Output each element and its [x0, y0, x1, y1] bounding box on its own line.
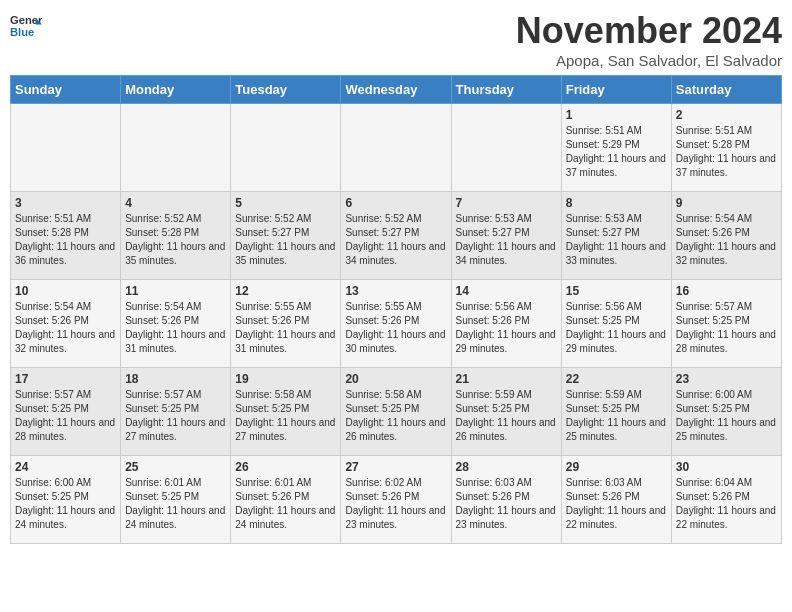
- calendar-cell: 19Sunrise: 5:58 AMSunset: 5:25 PMDayligh…: [231, 368, 341, 456]
- day-info: Sunrise: 5:57 AMSunset: 5:25 PMDaylight:…: [125, 388, 226, 444]
- day-info: Sunrise: 6:03 AMSunset: 5:26 PMDaylight:…: [566, 476, 667, 532]
- calendar-cell: 13Sunrise: 5:55 AMSunset: 5:26 PMDayligh…: [341, 280, 451, 368]
- calendar-cell: [11, 104, 121, 192]
- calendar-cell: 18Sunrise: 5:57 AMSunset: 5:25 PMDayligh…: [121, 368, 231, 456]
- day-info: Sunrise: 6:03 AMSunset: 5:26 PMDaylight:…: [456, 476, 557, 532]
- svg-text:Blue: Blue: [10, 26, 34, 38]
- calendar-row-3: 10Sunrise: 5:54 AMSunset: 5:26 PMDayligh…: [11, 280, 782, 368]
- page-header: General Blue November 2024 Apopa, San Sa…: [10, 10, 782, 69]
- day-number: 19: [235, 372, 336, 386]
- day-info: Sunrise: 5:52 AMSunset: 5:27 PMDaylight:…: [345, 212, 446, 268]
- weekday-header-saturday: Saturday: [671, 76, 781, 104]
- weekday-header-row: SundayMondayTuesdayWednesdayThursdayFrid…: [11, 76, 782, 104]
- calendar-row-2: 3Sunrise: 5:51 AMSunset: 5:28 PMDaylight…: [11, 192, 782, 280]
- logo: General Blue: [10, 10, 42, 42]
- day-number: 16: [676, 284, 777, 298]
- day-info: Sunrise: 5:54 AMSunset: 5:26 PMDaylight:…: [125, 300, 226, 356]
- calendar-cell: 5Sunrise: 5:52 AMSunset: 5:27 PMDaylight…: [231, 192, 341, 280]
- day-info: Sunrise: 5:54 AMSunset: 5:26 PMDaylight:…: [676, 212, 777, 268]
- day-info: Sunrise: 5:51 AMSunset: 5:29 PMDaylight:…: [566, 124, 667, 180]
- calendar-cell: 3Sunrise: 5:51 AMSunset: 5:28 PMDaylight…: [11, 192, 121, 280]
- calendar-cell: 30Sunrise: 6:04 AMSunset: 5:26 PMDayligh…: [671, 456, 781, 544]
- day-info: Sunrise: 6:00 AMSunset: 5:25 PMDaylight:…: [15, 476, 116, 532]
- calendar-cell: 25Sunrise: 6:01 AMSunset: 5:25 PMDayligh…: [121, 456, 231, 544]
- weekday-header-wednesday: Wednesday: [341, 76, 451, 104]
- calendar-cell: 23Sunrise: 6:00 AMSunset: 5:25 PMDayligh…: [671, 368, 781, 456]
- calendar-cell: 15Sunrise: 5:56 AMSunset: 5:25 PMDayligh…: [561, 280, 671, 368]
- day-info: Sunrise: 5:58 AMSunset: 5:25 PMDaylight:…: [345, 388, 446, 444]
- day-number: 27: [345, 460, 446, 474]
- calendar-cell: 20Sunrise: 5:58 AMSunset: 5:25 PMDayligh…: [341, 368, 451, 456]
- location-subtitle: Apopa, San Salvador, El Salvador: [516, 52, 782, 69]
- calendar-cell: 8Sunrise: 5:53 AMSunset: 5:27 PMDaylight…: [561, 192, 671, 280]
- calendar-row-1: 1Sunrise: 5:51 AMSunset: 5:29 PMDaylight…: [11, 104, 782, 192]
- day-info: Sunrise: 6:01 AMSunset: 5:25 PMDaylight:…: [125, 476, 226, 532]
- day-number: 13: [345, 284, 446, 298]
- day-number: 20: [345, 372, 446, 386]
- calendar-cell: 29Sunrise: 6:03 AMSunset: 5:26 PMDayligh…: [561, 456, 671, 544]
- day-number: 4: [125, 196, 226, 210]
- day-number: 15: [566, 284, 667, 298]
- day-number: 2: [676, 108, 777, 122]
- calendar-cell: 4Sunrise: 5:52 AMSunset: 5:28 PMDaylight…: [121, 192, 231, 280]
- day-info: Sunrise: 5:53 AMSunset: 5:27 PMDaylight:…: [566, 212, 667, 268]
- calendar-cell: 28Sunrise: 6:03 AMSunset: 5:26 PMDayligh…: [451, 456, 561, 544]
- calendar-cell: 9Sunrise: 5:54 AMSunset: 5:26 PMDaylight…: [671, 192, 781, 280]
- day-number: 7: [456, 196, 557, 210]
- day-info: Sunrise: 5:51 AMSunset: 5:28 PMDaylight:…: [676, 124, 777, 180]
- day-number: 5: [235, 196, 336, 210]
- day-number: 1: [566, 108, 667, 122]
- day-number: 3: [15, 196, 116, 210]
- day-info: Sunrise: 6:04 AMSunset: 5:26 PMDaylight:…: [676, 476, 777, 532]
- calendar-cell: [341, 104, 451, 192]
- calendar-cell: [231, 104, 341, 192]
- calendar-cell: 26Sunrise: 6:01 AMSunset: 5:26 PMDayligh…: [231, 456, 341, 544]
- weekday-header-sunday: Sunday: [11, 76, 121, 104]
- calendar-cell: 11Sunrise: 5:54 AMSunset: 5:26 PMDayligh…: [121, 280, 231, 368]
- day-number: 14: [456, 284, 557, 298]
- calendar-table: SundayMondayTuesdayWednesdayThursdayFrid…: [10, 75, 782, 544]
- day-info: Sunrise: 5:56 AMSunset: 5:26 PMDaylight:…: [456, 300, 557, 356]
- day-number: 6: [345, 196, 446, 210]
- weekday-header-thursday: Thursday: [451, 76, 561, 104]
- day-info: Sunrise: 5:52 AMSunset: 5:28 PMDaylight:…: [125, 212, 226, 268]
- calendar-cell: 16Sunrise: 5:57 AMSunset: 5:25 PMDayligh…: [671, 280, 781, 368]
- day-info: Sunrise: 5:55 AMSunset: 5:26 PMDaylight:…: [345, 300, 446, 356]
- day-info: Sunrise: 5:59 AMSunset: 5:25 PMDaylight:…: [566, 388, 667, 444]
- day-info: Sunrise: 5:58 AMSunset: 5:25 PMDaylight:…: [235, 388, 336, 444]
- weekday-header-monday: Monday: [121, 76, 231, 104]
- day-info: Sunrise: 5:54 AMSunset: 5:26 PMDaylight:…: [15, 300, 116, 356]
- day-number: 23: [676, 372, 777, 386]
- weekday-header-tuesday: Tuesday: [231, 76, 341, 104]
- day-info: Sunrise: 5:55 AMSunset: 5:26 PMDaylight:…: [235, 300, 336, 356]
- day-number: 17: [15, 372, 116, 386]
- logo-icon: General Blue: [10, 10, 42, 42]
- calendar-row-5: 24Sunrise: 6:00 AMSunset: 5:25 PMDayligh…: [11, 456, 782, 544]
- weekday-header-friday: Friday: [561, 76, 671, 104]
- calendar-cell: 21Sunrise: 5:59 AMSunset: 5:25 PMDayligh…: [451, 368, 561, 456]
- day-number: 29: [566, 460, 667, 474]
- calendar-row-4: 17Sunrise: 5:57 AMSunset: 5:25 PMDayligh…: [11, 368, 782, 456]
- day-info: Sunrise: 6:01 AMSunset: 5:26 PMDaylight:…: [235, 476, 336, 532]
- calendar-cell: 24Sunrise: 6:00 AMSunset: 5:25 PMDayligh…: [11, 456, 121, 544]
- day-number: 25: [125, 460, 226, 474]
- day-number: 18: [125, 372, 226, 386]
- day-number: 9: [676, 196, 777, 210]
- calendar-cell: 2Sunrise: 5:51 AMSunset: 5:28 PMDaylight…: [671, 104, 781, 192]
- day-info: Sunrise: 6:02 AMSunset: 5:26 PMDaylight:…: [345, 476, 446, 532]
- day-number: 11: [125, 284, 226, 298]
- day-number: 22: [566, 372, 667, 386]
- day-info: Sunrise: 5:59 AMSunset: 5:25 PMDaylight:…: [456, 388, 557, 444]
- day-info: Sunrise: 5:51 AMSunset: 5:28 PMDaylight:…: [15, 212, 116, 268]
- day-number: 24: [15, 460, 116, 474]
- calendar-cell: 14Sunrise: 5:56 AMSunset: 5:26 PMDayligh…: [451, 280, 561, 368]
- day-info: Sunrise: 5:57 AMSunset: 5:25 PMDaylight:…: [676, 300, 777, 356]
- day-number: 10: [15, 284, 116, 298]
- calendar-cell: 10Sunrise: 5:54 AMSunset: 5:26 PMDayligh…: [11, 280, 121, 368]
- calendar-cell: 12Sunrise: 5:55 AMSunset: 5:26 PMDayligh…: [231, 280, 341, 368]
- title-block: November 2024 Apopa, San Salvador, El Sa…: [516, 10, 782, 69]
- calendar-cell: 7Sunrise: 5:53 AMSunset: 5:27 PMDaylight…: [451, 192, 561, 280]
- calendar-cell: 22Sunrise: 5:59 AMSunset: 5:25 PMDayligh…: [561, 368, 671, 456]
- month-title: November 2024: [516, 10, 782, 52]
- day-info: Sunrise: 5:53 AMSunset: 5:27 PMDaylight:…: [456, 212, 557, 268]
